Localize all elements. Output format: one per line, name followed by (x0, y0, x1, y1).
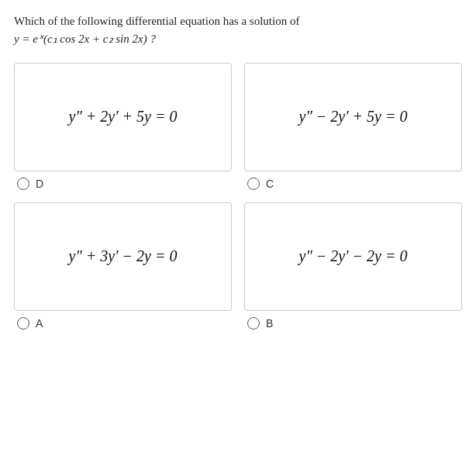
option-equation-C: y″ − 2y′ + 5y = 0 (299, 108, 408, 126)
radio-B[interactable] (247, 317, 260, 330)
option-equation-B: y″ − 2y′ − 2y = 0 (299, 247, 408, 265)
option-equation-D: y″ + 2y′ + 5y = 0 (69, 108, 178, 126)
question-line1: Which of the following differential equa… (14, 15, 299, 27)
option-box-D[interactable]: y″ + 2y′ + 5y = 0 (14, 63, 232, 171)
option-cell-B: y″ − 2y′ − 2y = 0 B (244, 202, 462, 330)
question-line2: y = eˣ(c₁ cos 2x + c₂ sin 2x) ? (14, 33, 156, 45)
option-label-C: C (266, 178, 274, 190)
option-equation-A: y″ + 3y′ − 2y = 0 (69, 247, 178, 265)
option-box-B[interactable]: y″ − 2y′ − 2y = 0 (244, 202, 462, 311)
option-box-A[interactable]: y″ + 3y′ − 2y = 0 (14, 202, 232, 311)
radio-D[interactable] (17, 178, 29, 190)
option-box-C[interactable]: y″ − 2y′ + 5y = 0 (244, 63, 462, 171)
options-grid: y″ + 2y′ + 5y = 0 D y″ − 2y′ + 5y = 0 C … (14, 63, 462, 330)
option-cell-D: y″ + 2y′ + 5y = 0 D (14, 63, 232, 190)
option-label-row-A: A (14, 317, 232, 330)
radio-A[interactable] (17, 317, 29, 330)
option-label-B: B (266, 317, 273, 330)
option-label-row-D: D (14, 178, 232, 190)
option-cell-C: y″ − 2y′ + 5y = 0 C (244, 63, 462, 190)
option-label-row-C: C (244, 178, 462, 190)
question-text: Which of the following differential equa… (14, 12, 462, 49)
radio-C[interactable] (247, 178, 260, 190)
option-label-row-B: B (244, 317, 462, 330)
option-cell-A: y″ + 3y′ − 2y = 0 A (14, 202, 232, 330)
option-label-D: D (36, 178, 43, 190)
question-container: Which of the following differential equa… (14, 12, 462, 330)
option-label-A: A (36, 317, 43, 330)
